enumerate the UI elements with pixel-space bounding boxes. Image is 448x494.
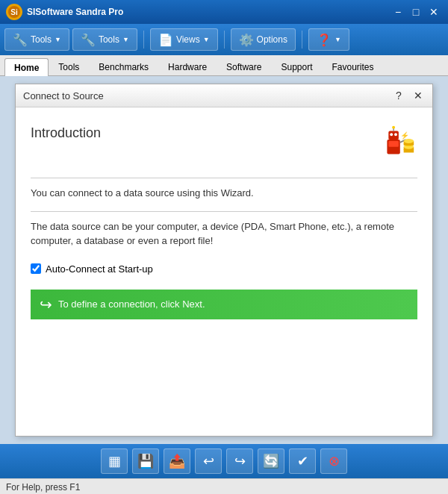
wizard-icon: ⚡ xyxy=(374,119,417,163)
nav-tabs: Home Tools Benchmarks Hardware Software … xyxy=(0,55,448,76)
grid-icon: ▦ xyxy=(108,453,121,469)
cancel-icon: ⊗ xyxy=(329,453,340,469)
toolbar-options-button[interactable]: ⚙️ Options xyxy=(231,28,296,51)
views-label: Views xyxy=(176,34,200,45)
dialog-title: Connect to Source xyxy=(23,90,104,101)
tools-icon: 🔧 xyxy=(13,33,28,47)
titlebar: Si SISoftware Sandra Pro − □ ✕ xyxy=(0,0,448,24)
tab-hardware[interactable]: Hardware xyxy=(158,57,217,75)
bottom-btn-save[interactable]: 💾 xyxy=(132,448,159,474)
dialog-text-2: The data source can be your computer, a … xyxy=(31,219,417,248)
bottom-toolbar: ▦ 💾 📤 ↩ ↪ 🔄 ✔ ⊗ xyxy=(0,444,448,478)
dialog-separator-2 xyxy=(31,211,417,212)
minimize-button[interactable]: − xyxy=(390,4,406,19)
bottom-btn-back[interactable]: ↩ xyxy=(195,448,222,474)
maximize-button[interactable]: □ xyxy=(408,4,424,19)
dialog-separator-1 xyxy=(31,178,417,178)
svg-point-9 xyxy=(392,126,395,129)
dialog-controls: ? ✕ xyxy=(392,89,425,102)
bottom-btn-grid[interactable]: ▦ xyxy=(101,448,128,474)
toolbar-tools2-button[interactable]: 🔧 Tools ▼ xyxy=(72,28,137,51)
check-icon: ✔ xyxy=(297,453,308,469)
help-icon: ❓ xyxy=(317,33,332,47)
tab-benchmarks[interactable]: Benchmarks xyxy=(89,57,158,75)
toolbar-sep3 xyxy=(302,31,302,49)
options-label: Options xyxy=(257,34,287,45)
dialog-help-button[interactable]: ? xyxy=(392,89,405,102)
dialog-close-button[interactable]: ✕ xyxy=(411,89,425,102)
svg-point-6 xyxy=(390,133,393,136)
tab-support[interactable]: Support xyxy=(271,57,322,75)
auto-connect-checkbox[interactable] xyxy=(31,263,41,274)
svg-rect-4 xyxy=(388,141,399,147)
titlebar-title: SISoftware Sandra Pro xyxy=(27,7,390,17)
toolbar-sep1 xyxy=(143,31,144,49)
export-icon: 📤 xyxy=(169,453,185,469)
tools-label: Tools xyxy=(31,34,52,45)
views-icon: 📄 xyxy=(158,33,173,47)
bottom-btn-cancel[interactable]: ⊗ xyxy=(320,448,347,474)
tools2-icon: 🔧 xyxy=(81,33,96,47)
dialog-body: Introduction xyxy=(16,107,432,436)
svg-rect-5 xyxy=(388,131,399,140)
tools2-chevron: ▼ xyxy=(122,36,129,43)
dialog-titlebar: Connect to Source ? ✕ xyxy=(16,84,432,107)
dialog-header: Introduction xyxy=(31,119,417,163)
help-chevron: ▼ xyxy=(335,36,341,43)
hint-bar: ↪ To define a connection, click Next. xyxy=(31,290,417,319)
svg-text:⚡: ⚡ xyxy=(400,131,410,140)
svg-point-7 xyxy=(394,133,397,136)
main-toolbar: 🔧 Tools ▼ 🔧 Tools ▼ 📄 Views ▼ ⚙️ Options… xyxy=(0,24,448,55)
refresh-icon: 🔄 xyxy=(263,453,279,469)
bottom-btn-refresh[interactable]: 🔄 xyxy=(258,448,284,474)
toolbar-tools-button[interactable]: 🔧 Tools ▼ xyxy=(4,28,69,51)
tab-software[interactable]: Software xyxy=(217,57,271,75)
bottom-btn-check[interactable]: ✔ xyxy=(289,448,316,474)
tools-chevron: ▼ xyxy=(55,36,61,43)
connect-dialog: Connect to Source ? ✕ Introduction xyxy=(15,84,433,437)
main-content: Connect to Source ? ✕ Introduction xyxy=(0,76,448,444)
views-chevron: ▼ xyxy=(203,36,210,43)
save-icon: 💾 xyxy=(137,453,154,469)
status-text: For Help, press F1 xyxy=(6,482,80,493)
tools2-label: Tools xyxy=(99,34,119,45)
toolbar-help-button[interactable]: ❓ ▼ xyxy=(308,28,349,51)
close-button[interactable]: ✕ xyxy=(426,4,442,19)
hint-text: To define a connection, click Next. xyxy=(58,298,205,310)
bottom-btn-forward[interactable]: ↪ xyxy=(226,448,253,474)
forward-icon: ↪ xyxy=(234,453,246,469)
statusbar: For Help, press F1 xyxy=(0,478,448,494)
bottom-btn-export[interactable]: 📤 xyxy=(164,448,190,474)
tab-home[interactable]: Home xyxy=(4,58,49,76)
back-icon: ↩ xyxy=(203,453,214,469)
window-controls: − □ ✕ xyxy=(390,4,442,19)
tab-favourites[interactable]: Favourites xyxy=(322,57,383,75)
svg-text:Si: Si xyxy=(10,8,18,16)
app-logo: Si xyxy=(6,4,22,20)
auto-connect-label[interactable]: Auto-Connect at Start-up xyxy=(46,263,153,275)
tab-tools[interactable]: Tools xyxy=(49,57,89,75)
hint-arrow-icon: ↪ xyxy=(40,296,52,313)
options-icon: ⚙️ xyxy=(239,33,254,47)
auto-connect-row: Auto-Connect at Start-up xyxy=(31,263,417,275)
toolbar-sep2 xyxy=(224,31,225,49)
toolbar-views-button[interactable]: 📄 Views ▼ xyxy=(150,28,218,51)
dialog-text-1: You can connect to a data source using t… xyxy=(31,186,417,201)
dialog-heading: Introduction xyxy=(31,125,101,141)
